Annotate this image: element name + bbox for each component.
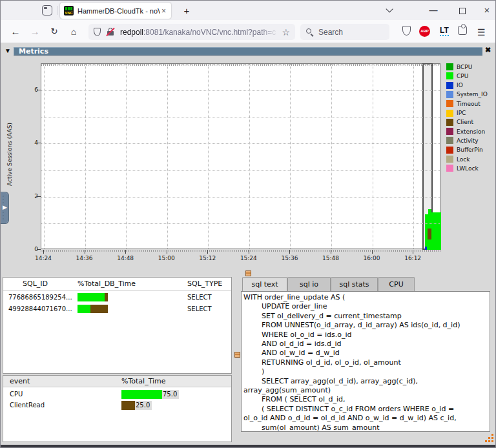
- legend-item-system_io: System_IO: [446, 91, 488, 98]
- chart-y-axis-label: Active Sessions (AAS): [6, 116, 13, 193]
- legend-swatch-icon: [446, 82, 453, 89]
- horizontal-splitter-sash[interactable]: [245, 270, 251, 276]
- gridline-vertical: [373, 64, 373, 249]
- tab-sql-stats[interactable]: sql stats: [331, 277, 378, 291]
- url-bar[interactable]: redpoll:8081/kanaka/noVNC/vnc.html?path=…: [88, 24, 295, 40]
- tab-sql-text[interactable]: sql text: [242, 277, 287, 291]
- gridline-vertical: [331, 64, 332, 249]
- languagetool-icon[interactable]: LT: [440, 26, 449, 36]
- sql-text-line: AND ol_w_id = d_w_id: [243, 349, 490, 358]
- legend-item-lock: Lock: [446, 156, 470, 163]
- url-text[interactable]: redpoll:8081/kanaka/noVNC/vnc.html?path=…: [120, 28, 279, 37]
- sql-text-line: FROM UNNEST(o_id_array, d_id_array) AS i…: [243, 321, 490, 330]
- tab-close-icon[interactable]: ×: [160, 6, 167, 15]
- sql-table-header: SQL_ID %Total_DB_Time SQL_TYPE: [3, 278, 231, 290]
- sql-text-line: WITH order_line_update AS (: [243, 293, 490, 302]
- firefox-view-icon[interactable]: [42, 5, 52, 15]
- y-tick-mark: [37, 90, 41, 90]
- metrics-panel-title: Metrics: [14, 48, 482, 56]
- insecure-lock-icon[interactable]: [107, 28, 114, 36]
- window-minimize-button[interactable]: —: [424, 3, 443, 17]
- db-time-bar-brown: [90, 305, 108, 313]
- vertical-splitter-sash[interactable]: [234, 352, 240, 358]
- browser-titlebar: VNC HammerDB-CloudTk - noVNC × + — ×: [1, 1, 495, 20]
- col-total-time[interactable]: %Total_Time: [121, 377, 166, 385]
- search-bar[interactable]: Search: [300, 24, 389, 40]
- col-total-db-time[interactable]: %Total_DB_Time: [78, 280, 136, 288]
- reload-button[interactable]: ↻: [46, 27, 63, 37]
- legend-item-bcpu: BCPU: [446, 63, 472, 70]
- sql-type-cell: SELECT: [187, 305, 212, 312]
- legend-label: IPC: [457, 110, 466, 116]
- gridline-vertical: [126, 64, 127, 249]
- sql-table-row[interactable]: 77686865189254...SELECT: [3, 292, 231, 303]
- tab-CPU[interactable]: CPU: [378, 277, 415, 291]
- event-name-cell: ClientRead: [10, 402, 45, 409]
- chart-plot-area[interactable]: [41, 63, 440, 249]
- col-sql-id[interactable]: SQL_ID: [23, 280, 48, 288]
- gridline-horizontal: [41, 197, 440, 198]
- gridline-vertical: [44, 64, 45, 249]
- window-maximize-button[interactable]: [453, 3, 472, 17]
- gridline-vertical: [85, 64, 86, 249]
- sql-text-area[interactable]: WITH order_line_update AS ( UPDATE order…: [241, 291, 490, 432]
- back-button[interactable]: ←: [7, 27, 24, 37]
- x-tick-mark: [249, 250, 249, 254]
- tab-sql-io[interactable]: sql io: [287, 277, 331, 291]
- sql-text-line: FROM ( SELECT ol_d_id,: [243, 395, 490, 404]
- bookmark-star-icon[interactable]: ☆: [282, 27, 290, 37]
- resize-grip-icon[interactable]: [484, 434, 495, 443]
- legend-item-io: IO: [446, 82, 463, 89]
- legend-item-extension: Extension: [446, 128, 485, 135]
- list-tabs-chevron-icon[interactable]: [378, 3, 398, 17]
- tracking-protection-shield-icon[interactable]: [94, 28, 101, 36]
- sql-id-cell: 49928844071670...: [8, 305, 72, 312]
- collapse-panel-icon[interactable]: ▼: [5, 46, 11, 56]
- db-time-bar-green: [78, 293, 105, 301]
- novnc-control-bar-handle[interactable]: ▶: [1, 192, 9, 224]
- sql-table-row[interactable]: 49928844071670...SELECT: [3, 303, 231, 315]
- gridline-horizontal: [41, 170, 440, 171]
- x-tick-mark: [413, 250, 413, 254]
- db-time-bar-green: [78, 305, 90, 313]
- y-tick-mark: [37, 249, 41, 250]
- adblock-plus-icon[interactable]: ABP: [419, 26, 430, 37]
- x-tick-label: 16:00: [359, 255, 385, 261]
- window-close-button[interactable]: ×: [477, 3, 496, 17]
- sql-text-line: WHERE ol_o_id = ids.o_id: [243, 331, 490, 340]
- x-tick-label: 14:24: [30, 255, 56, 261]
- event-table-row[interactable]: CPU75.0: [3, 389, 231, 400]
- metrics-panel-titlebar[interactable]: Metrics: [14, 47, 482, 56]
- col-sql-type[interactable]: SQL_TYPE: [187, 280, 222, 288]
- forward-button[interactable]: →: [26, 27, 43, 37]
- new-tab-button[interactable]: +: [179, 3, 194, 19]
- col-event[interactable]: event: [10, 377, 30, 385]
- legend-swatch-icon: [446, 128, 453, 135]
- legend-swatch-icon: [446, 156, 453, 163]
- event-table: event %Total_Time CPU75.0ClientRead25.0: [3, 375, 232, 442]
- sql-detail-tabs: sql textsql iosql statsCPU: [241, 277, 495, 291]
- legend-item-timeout: Timeout: [446, 100, 480, 107]
- extension-puzzle-icon[interactable]: [458, 26, 467, 35]
- x-tick-mark: [125, 250, 126, 254]
- total-time-value: 25.0: [135, 401, 152, 410]
- window-bottom-edge: [1, 445, 496, 448]
- novnc-page: ▼ Metrics ✖ Active Sessions (AAS) 024614…: [1, 44, 496, 445]
- gridline-vertical: [290, 64, 291, 249]
- x-tick-mark: [167, 250, 167, 254]
- sql-id-cell: 77686865189254...: [8, 294, 72, 301]
- event-table-row[interactable]: ClientRead25.0: [3, 400, 231, 411]
- browser-tab[interactable]: VNC HammerDB-CloudTk - noVNC ×: [60, 3, 171, 19]
- home-button[interactable]: ⌂: [65, 27, 82, 37]
- legend-label: Extension: [457, 128, 485, 135]
- legend-label: Activity: [457, 137, 479, 144]
- hamburger-menu-icon[interactable]: ☰: [477, 27, 486, 37]
- x-tick-mark: [331, 250, 331, 254]
- sql-text-line: sum(ol_amount) AS sum_amount: [243, 423, 490, 432]
- x-tick-mark: [372, 250, 373, 254]
- legend-label: BCPU: [457, 64, 472, 70]
- legend-swatch-icon: [446, 147, 453, 154]
- y-tick-label: 0: [21, 246, 38, 252]
- metrics-panel-close-icon[interactable]: ✖: [485, 46, 491, 54]
- x-tick-label: 16:12: [400, 255, 426, 261]
